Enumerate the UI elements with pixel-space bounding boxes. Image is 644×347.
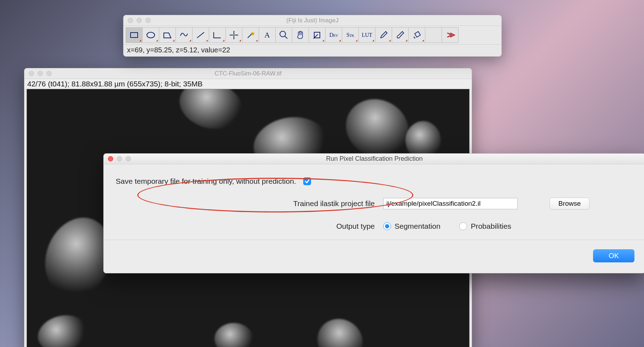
fiji-zoom-icon[interactable] (145, 18, 151, 23)
svg-point-6 (233, 34, 235, 36)
image-window-titlebar[interactable]: CTC-FluoSim-06-RAW.tif (24, 68, 472, 79)
output-type-label: Output type (114, 222, 383, 231)
fiji-window: (Fiji Is Just) ImageJ ADevStkLUT x=69, y… (123, 15, 502, 57)
oval-tool[interactable] (142, 27, 159, 43)
svg-text:A: A (264, 30, 270, 39)
fiji-window-title: (Fiji Is Just) ImageJ (123, 17, 501, 24)
line-tool[interactable] (192, 27, 209, 43)
image-info-bar: 42/76 (t041); 81.88x91.88 µm (655x735); … (24, 79, 472, 89)
dialog-minimize-icon[interactable] (117, 156, 122, 161)
text-tool[interactable]: A (259, 27, 276, 43)
project-file-label: Trained ilastik project file (114, 199, 383, 208)
svg-rect-0 (131, 33, 138, 38)
brush-tool[interactable] (392, 27, 409, 43)
output-segmentation-label: Segmentation (395, 222, 441, 230)
image-window-title: CTC-FluoSim-06-RAW.tif (24, 70, 472, 77)
output-probabilities-label: Probabilities (471, 222, 511, 230)
stk-tool[interactable]: Stk (342, 27, 359, 43)
fiji-minimize-icon[interactable] (137, 18, 142, 23)
image-minimize-icon[interactable] (38, 71, 43, 76)
dev-tool[interactable]: Dev (325, 27, 342, 43)
magnifier-tool[interactable] (275, 27, 292, 43)
color-picker-tool[interactable] (309, 27, 326, 43)
hand-tool[interactable] (292, 27, 309, 43)
svg-point-1 (147, 32, 155, 38)
project-file-input[interactable] (383, 198, 518, 209)
output-segmentation-radio[interactable] (383, 222, 391, 230)
fiji-status-bar: x=69, y=85.25, z=5.12, value=22 (123, 45, 501, 56)
browse-button[interactable]: Browse (550, 198, 590, 210)
spacer (425, 27, 442, 43)
dialog-zoom-icon[interactable] (126, 156, 131, 161)
wand-tool[interactable] (242, 27, 259, 43)
dialog-close-icon[interactable] (108, 156, 113, 161)
ok-button[interactable]: OK (593, 249, 634, 262)
svg-point-9 (280, 31, 286, 37)
save-temp-label: Save temporary file for training only, w… (116, 177, 303, 186)
rectangle-tool[interactable] (126, 27, 143, 43)
fiji-toolbar: ADevStkLUT (123, 26, 501, 45)
polygon-tool[interactable] (159, 27, 176, 43)
pencil-tool[interactable] (375, 27, 392, 43)
svg-marker-2 (164, 33, 171, 38)
dialog-window: Run Pixel Classification Prediction Save… (103, 153, 644, 273)
fiji-titlebar[interactable]: (Fiji Is Just) ImageJ (123, 15, 501, 26)
svg-line-10 (285, 36, 287, 39)
save-temp-checkbox[interactable] (303, 177, 311, 185)
lut-tool[interactable]: LUT (358, 27, 375, 43)
point-tool[interactable] (225, 27, 242, 43)
svg-marker-13 (381, 32, 387, 38)
svg-line-3 (197, 32, 204, 38)
dialog-titlebar[interactable]: Run Pixel Classification Prediction (104, 154, 644, 164)
freehand-tool[interactable] (176, 27, 192, 43)
image-close-icon[interactable] (29, 71, 34, 76)
fiji-close-icon[interactable] (128, 18, 133, 23)
output-probabilities-radio[interactable] (459, 222, 467, 230)
flood-fill-tool[interactable] (408, 27, 425, 43)
dialog-title: Run Pixel Classification Prediction (104, 155, 644, 163)
more-tools[interactable] (442, 27, 459, 43)
image-zoom-icon[interactable] (46, 71, 52, 76)
angle-tool[interactable] (209, 27, 226, 43)
